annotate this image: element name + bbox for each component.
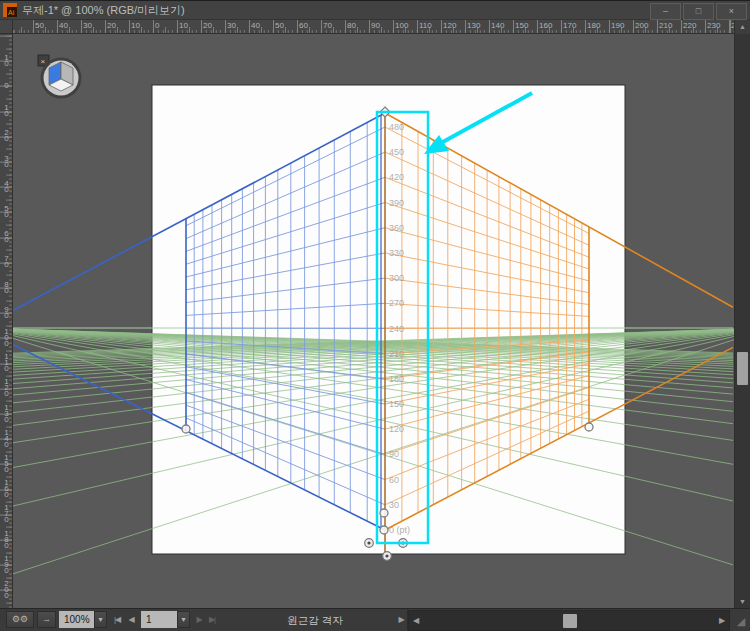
plane-switching-widget[interactable]: × (38, 55, 82, 99)
ruler-label: 30 (83, 21, 92, 30)
ruler-label: 10 (179, 21, 188, 30)
artboard-number-field[interactable]: 1 (141, 611, 177, 628)
ruler-label: 70 (323, 21, 332, 30)
widget-close-icon[interactable]: × (41, 57, 46, 66)
ruler-label: 0 (155, 21, 159, 30)
svg-text:Ai: Ai (8, 9, 15, 16)
ruler-label: 60 (299, 21, 308, 30)
measure-label: 240 (389, 324, 404, 334)
ruler-label: 0 (2, 83, 11, 89)
scroll-left-button[interactable]: ◀ (410, 611, 422, 630)
ruler-label: 50 (2, 206, 11, 218)
measure-label: 300 (389, 273, 404, 283)
measure-label: 90 (389, 449, 399, 459)
minimize-button[interactable]: – (650, 3, 681, 20)
previous-artboard-button[interactable]: ◀ (124, 611, 138, 628)
ruler-label: 170 (2, 505, 11, 523)
measure-label: 330 (389, 248, 404, 258)
gear-icon: ⚙⚙ (12, 614, 28, 624)
ruler-label: 140 (491, 21, 504, 30)
grid-handle-dot (385, 554, 388, 557)
ruler-label: 120 (2, 379, 11, 397)
app-icon: Ai (3, 3, 17, 17)
ruler-label: 40 (251, 21, 260, 30)
last-artboard-button[interactable]: ▶| (205, 611, 219, 628)
ruler-label: 180 (587, 21, 600, 30)
ruler-label: 10 (2, 105, 11, 117)
horizontal-scrollbar[interactable]: ◀ ▶ (408, 610, 730, 631)
ruler-label: 160 (2, 480, 11, 498)
measure-label: 210 (389, 349, 404, 359)
ruler-label: 90 (2, 307, 11, 319)
ruler-label: 120 (443, 21, 456, 30)
measure-label: 450 (389, 147, 404, 157)
close-button[interactable]: × (716, 3, 747, 20)
ruler-label: 150 (515, 21, 528, 30)
zoom-level-field[interactable]: 100% (59, 611, 94, 628)
measure-label: 0 (pt) (389, 525, 410, 535)
grid-handle[interactable] (380, 509, 388, 517)
ruler-label: 160 (539, 21, 552, 30)
ruler-label: 170 (563, 21, 576, 30)
tools-gear-button[interactable]: ⚙⚙ (6, 611, 34, 628)
chevron-down-icon: ▾ (181, 615, 185, 624)
ruler-label: 230 (707, 21, 720, 30)
vertical-ruler[interactable]: 1001020304050607080901001101201301401501… (0, 34, 13, 608)
ruler-label: 140 (2, 430, 11, 448)
ruler-label: 100 (2, 329, 11, 347)
horizontal-ruler[interactable]: 5040302010010203040506070809010011012013… (13, 20, 734, 34)
ruler-label: 40 (2, 181, 11, 193)
grid-handle[interactable] (182, 425, 190, 433)
title-bar: Ai 무제-1* @ 100% (RGB/미리보기) – □ × (0, 0, 750, 20)
canvas-area[interactable]: 4804504203903603303002702402101801501209… (13, 34, 734, 608)
ruler-label: 190 (611, 21, 624, 30)
ruler-label: 20 (107, 21, 116, 30)
ruler-label: 210 (659, 21, 672, 30)
measure-label: 390 (389, 198, 404, 208)
measure-label: 480 (389, 122, 404, 132)
zoom-dropdown-button[interactable]: ▾ (94, 611, 107, 628)
measure-label: 150 (389, 399, 404, 409)
scroll-right-button[interactable]: ▶ (716, 611, 728, 630)
grid-handle[interactable] (585, 423, 593, 431)
first-artboard-button[interactable]: |◀ (110, 611, 124, 628)
vertical-scrollbar[interactable]: ▼ (734, 34, 750, 608)
canvas[interactable]: 4804504203903603303002702402101801501209… (13, 34, 734, 608)
ruler-label: 190 (2, 556, 11, 574)
chevron-down-icon: ▾ (98, 615, 102, 624)
ruler-label: 50 (35, 21, 44, 30)
artboard-dropdown-button[interactable]: ▾ (177, 611, 190, 628)
measure-label: 30 (389, 500, 399, 510)
scroll-up-button[interactable]: ▲ (734, 20, 750, 34)
export-arrow-icon: → (42, 614, 51, 624)
maximize-button[interactable]: □ (683, 3, 714, 20)
ruler-label: 220 (683, 21, 696, 30)
grid-handle-dot (367, 541, 370, 544)
ruler-label: 100 (395, 21, 408, 30)
ruler-label: 60 (2, 231, 11, 243)
ruler-label: 50 (275, 21, 284, 30)
ruler-label: 200 (635, 21, 648, 30)
ruler-label: 90 (371, 21, 380, 30)
export-button[interactable]: → (37, 611, 56, 628)
horizontal-scroll-thumb[interactable] (563, 614, 577, 628)
status-menu-button[interactable]: ▶ (394, 611, 408, 628)
ruler-label: 40 (59, 21, 68, 30)
ruler-origin-corner[interactable] (0, 20, 13, 34)
ruler-label: 130 (467, 21, 480, 30)
ruler-label: 70 (2, 256, 11, 268)
next-artboard-button[interactable]: ▶ (192, 611, 206, 628)
resize-grip-icon[interactable]: ◢ (733, 611, 749, 631)
grid-handle[interactable] (380, 526, 388, 534)
status-text: 원근감 격자 (235, 609, 395, 631)
ruler-label: 10 (131, 21, 140, 30)
ruler-label: 20 (203, 21, 212, 30)
ruler-label: 80 (347, 21, 356, 30)
ruler-label: 10 (2, 55, 11, 67)
measure-label: 270 (389, 298, 404, 308)
vertical-scroll-thumb[interactable] (737, 352, 748, 385)
illustrator-window: Ai 무제-1* @ 100% (RGB/미리보기) – □ × 5040302… (0, 0, 750, 631)
ruler-label: 80 (2, 282, 11, 294)
scroll-down-button[interactable]: ▼ (735, 596, 750, 608)
ruler-label: 30 (2, 156, 11, 168)
